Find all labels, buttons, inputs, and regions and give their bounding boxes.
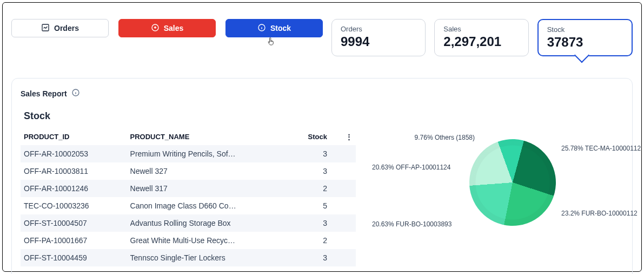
tab-orders[interactable]: Orders	[11, 19, 109, 37]
pie-label: 23.2% FUR-BO-10000112	[561, 210, 638, 217]
pie-graphic	[457, 127, 568, 238]
col-product-name[interactable]: PRODUCT_NAME	[127, 128, 294, 145]
metric-card-orders[interactable]: Orders 9994	[331, 19, 426, 56]
cell-stock: 2	[294, 232, 342, 249]
tab-stock[interactable]: Stock	[225, 19, 323, 37]
info-icon	[257, 23, 266, 34]
pie-label: 9.76% Others (1858)	[415, 134, 475, 141]
metric-label: Sales	[443, 25, 519, 33]
cell-stock: 3	[294, 214, 342, 232]
cell-product-name: Canon Image Class D660 Co…	[127, 197, 294, 214]
table-row[interactable]: OFF-PA-10001667Great White Multi-Use Rec…	[21, 232, 356, 249]
table-row[interactable]: TEC-CO-10003236Canon Image Class D660 Co…	[21, 197, 356, 214]
cell-product-id: OFF-ST-10004459	[21, 249, 127, 266]
cell-stock: 3	[294, 162, 342, 180]
col-stock[interactable]: Stock	[294, 128, 342, 145]
pie-label: 20.63% OFF-AP-10001124	[372, 164, 450, 171]
report-title: Sales Report	[21, 89, 67, 98]
top-bar: Orders Sales Stock Orders	[11, 19, 633, 56]
info-icon[interactable]	[71, 88, 80, 99]
cell-product-id: TEC-CO-10003236	[21, 197, 127, 214]
pie-label: 20.63% FUR-BO-10003893	[372, 220, 452, 228]
col-product-id[interactable]: PRODUCT_ID	[21, 128, 127, 145]
cell-product-id: OFF-AR-10003811	[21, 162, 127, 180]
cell-stock: 3	[294, 145, 342, 162]
tab-group: Orders Sales Stock	[11, 19, 323, 56]
report-title-row: Sales Report	[21, 88, 623, 99]
table-row[interactable]: OFF-ST-10004459Tennsco Single-Tier Locke…	[21, 249, 356, 266]
chart-line-icon	[41, 23, 50, 34]
cell-product-id: OFF-AR-10001246	[21, 180, 127, 197]
metric-value: 9994	[341, 34, 416, 49]
metric-label: Stock	[547, 25, 623, 34]
table-row[interactable]: OFF-ST-10004507Advantus Rolling Storage …	[21, 214, 356, 232]
cell-product-name: Newell 327	[127, 162, 294, 180]
stock-table: PRODUCT_ID PRODUCT_NAME Stock ⋮ OFF-AR-1…	[21, 128, 356, 266]
cell-product-name: Advantus Rolling Storage Box	[127, 214, 294, 232]
report-panel: Sales Report Stock PRODUCT_ID PRODUCT_NA…	[11, 78, 633, 274]
cell-product-id: OFF-ST-10004507	[21, 214, 127, 232]
metric-value: 2,297,201	[443, 34, 519, 49]
tab-sales[interactable]: Sales	[118, 19, 216, 37]
tab-label: Sales	[164, 24, 184, 32]
cell-stock: 5	[294, 197, 342, 214]
metric-card-sales[interactable]: Sales 2,297,201	[434, 19, 528, 56]
more-vert-icon: ⋮	[346, 133, 353, 141]
pie-label: 25.78% TEC-MA-10000112	[561, 145, 641, 152]
cell-stock: 3	[294, 249, 342, 266]
tab-label: Stock	[270, 24, 291, 32]
cell-product-id: OFF-AR-10002053	[21, 145, 127, 162]
stock-pie-chart[interactable]: 9.76% Others (1858)25.78% TEC-MA-1000011…	[372, 128, 623, 264]
table-header-row: PRODUCT_ID PRODUCT_NAME Stock ⋮	[21, 128, 356, 145]
dashboard-frame: Orders Sales Stock Orders	[2, 2, 642, 272]
circle-down-icon	[151, 23, 160, 34]
cell-product-name: Tennsco Single-Tier Lockers	[127, 249, 294, 266]
cell-stock: 2	[294, 180, 342, 197]
cell-product-name: Great White Multi-Use Recyc…	[127, 232, 294, 249]
metric-card-stock[interactable]: Stock 37873	[537, 19, 633, 56]
metric-value: 37873	[547, 35, 623, 50]
tab-label: Orders	[54, 24, 79, 32]
metric-label: Orders	[341, 25, 416, 33]
table-row[interactable]: OFF-AR-10003811Newell 3273	[21, 162, 356, 180]
section-title: Stock	[24, 110, 623, 122]
report-content: PRODUCT_ID PRODUCT_NAME Stock ⋮ OFF-AR-1…	[21, 128, 623, 266]
table-menu-button[interactable]: ⋮	[342, 128, 356, 145]
table-row[interactable]: OFF-AR-10002053Premium Writing Pencils, …	[21, 145, 356, 162]
cell-product-name: Newell 317	[127, 180, 294, 197]
table-row[interactable]: OFF-AR-10001246Newell 3172	[21, 180, 356, 197]
cell-product-id: OFF-PA-10001667	[21, 232, 127, 249]
cell-product-name: Premium Writing Pencils, Sof…	[127, 145, 294, 162]
